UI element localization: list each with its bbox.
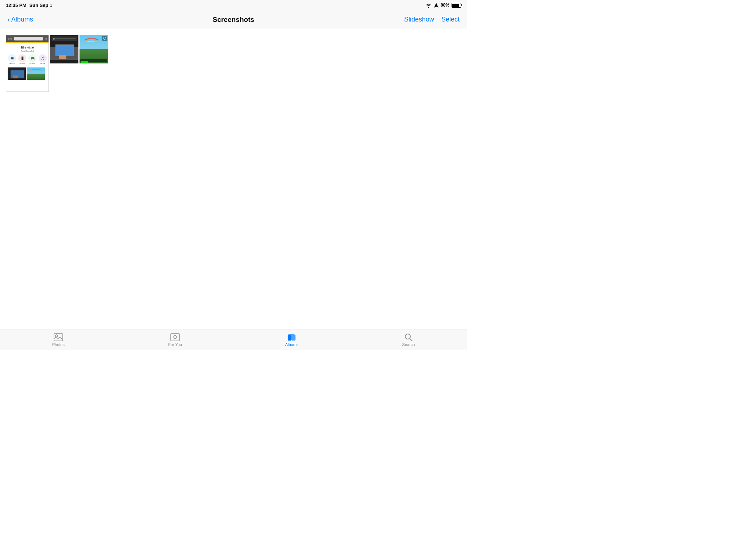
svg-point-3 [174, 335, 177, 338]
tab-albums[interactable]: Albums [277, 333, 306, 347]
search-icon [404, 333, 413, 342]
foryou-icon [170, 333, 180, 341]
tab-search[interactable]: Search [394, 333, 423, 347]
back-chevron-icon: ‹ [7, 15, 10, 24]
svg-rect-0 [54, 334, 63, 341]
time: 12:35 PM [6, 3, 26, 8]
back-label: Albums [11, 16, 33, 23]
nav-right: Slideshow Select [404, 16, 460, 23]
tab-photos[interactable]: Photos [44, 333, 73, 347]
battery-container [452, 3, 461, 8]
battery-percent: 88% [441, 3, 449, 8]
search-tab-label: Search [402, 342, 415, 347]
photo-item-1[interactable]: lifewire Tech Untangled 💻 LAPTOP 📱 MOBIL… [6, 35, 49, 92]
albums-icon [287, 333, 297, 342]
select-button[interactable]: Select [441, 16, 460, 23]
status-bar: 12:35 PM Sun Sep 1 88% [0, 0, 467, 10]
search-tab-icon [404, 333, 413, 341]
date: Sun Sep 1 [29, 3, 52, 8]
svg-rect-8 [292, 335, 295, 341]
photos-tab-label: Photos [52, 342, 65, 347]
wifi-icon [425, 3, 432, 8]
tab-bar: Photos For You Albums [0, 330, 467, 350]
svg-point-1 [55, 335, 58, 337]
battery-fill [452, 4, 459, 7]
back-button[interactable]: ‹ Albums [7, 15, 33, 24]
albums-tab-label: Albums [285, 342, 299, 347]
photo-content: lifewire Tech Untangled 💻 LAPTOP 📱 MOBIL… [0, 29, 467, 330]
battery-icon [452, 3, 461, 8]
svg-line-10 [410, 339, 413, 341]
foryou-tab-icon [170, 333, 180, 341]
photo-grid: lifewire Tech Untangled 💻 LAPTOP 📱 MOBIL… [6, 35, 461, 92]
nav-left: ‹ Albums [7, 15, 33, 24]
foryou-tab-label: For You [168, 342, 182, 347]
svg-rect-7 [288, 335, 291, 341]
status-left: 12:35 PM Sun Sep 1 [6, 3, 52, 8]
status-right: 88% [425, 3, 461, 8]
photo-item-2[interactable] [50, 35, 78, 63]
tab-foryou[interactable]: For You [160, 333, 190, 347]
location-icon [434, 3, 438, 8]
slideshow-button[interactable]: Slideshow [404, 16, 434, 23]
albums-tab-icon [287, 333, 297, 341]
photo-item-3[interactable] [80, 35, 108, 63]
photos-tab-icon [54, 333, 63, 341]
navigation-bar: ‹ Albums Screenshots Slideshow Select [0, 10, 467, 29]
page-title: Screenshots [213, 16, 254, 24]
photos-icon [54, 333, 63, 341]
svg-rect-2 [171, 334, 179, 341]
